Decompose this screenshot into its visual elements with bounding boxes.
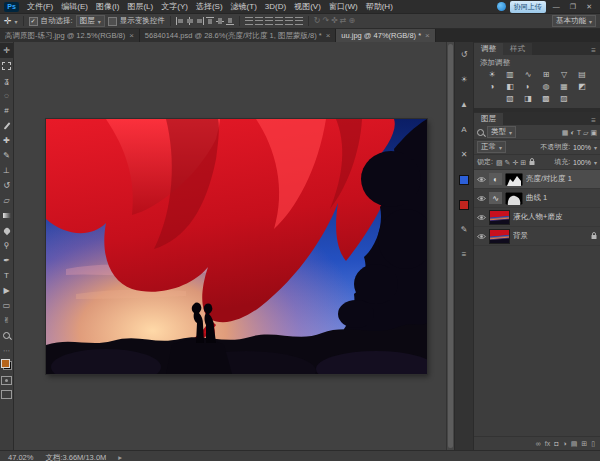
auto-select-checkbox[interactable] — [29, 17, 38, 26]
menu-select[interactable]: 选择(S) — [192, 1, 227, 12]
tool-preset-caret-icon[interactable] — [15, 17, 18, 26]
properties-panel-icon[interactable]: ☀ — [458, 74, 470, 86]
path-selection-tool[interactable]: ▶ — [0, 283, 13, 298]
align-left-edges-icon[interactable] — [176, 17, 184, 25]
color-panel-icon[interactable] — [458, 174, 470, 186]
brush-tool[interactable]: ✎ — [0, 148, 13, 163]
distribute-right-icon[interactable] — [295, 17, 303, 25]
vibrance-adjustment-icon[interactable]: ▽ — [557, 70, 572, 80]
rectangle-shape-tool[interactable]: ▭ — [0, 298, 13, 313]
type-tool[interactable]: T — [0, 268, 13, 283]
minimize-button[interactable]: — — [550, 3, 563, 10]
posterize-adjustment-icon[interactable]: ▧ — [503, 94, 518, 104]
menu-type[interactable]: 文字(Y) — [157, 1, 192, 12]
levels-adjustment-icon[interactable]: ▥ — [503, 70, 518, 80]
tab-document-3[interactable]: uu.jpg @ 47%(RGB/8) * × — [336, 29, 435, 42]
pen-tool[interactable]: ✒ — [0, 253, 13, 268]
tab-layers[interactable]: 图层 — [474, 113, 503, 125]
gradient-map-adjustment-icon[interactable]: ▩ — [539, 94, 554, 104]
channel-mixer-adjustment-icon[interactable]: ◍ — [539, 82, 554, 92]
character-panel-icon[interactable]: A — [458, 124, 470, 136]
layer-image-thumbnail[interactable] — [489, 210, 510, 225]
filter-shape-layers-icon[interactable]: ▱ — [583, 129, 588, 136]
fill-value[interactable]: 100% — [573, 159, 591, 166]
screen-mode-button[interactable] — [1, 390, 12, 399]
move-tool[interactable]: ✛ — [0, 43, 13, 58]
filter-pixel-layers-icon[interactable]: ▦ — [562, 129, 569, 136]
quick-selection-tool[interactable]: ◌ — [0, 88, 13, 103]
gradient-tool[interactable] — [0, 208, 13, 223]
lock-image-pixels-icon[interactable]: ✎ — [505, 159, 511, 166]
foreground-color-swatch[interactable] — [1, 359, 10, 368]
layer-mask-thumbnail[interactable] — [505, 173, 523, 186]
black-white-adjustment-icon[interactable]: ◧ — [503, 82, 518, 92]
delete-layer-icon[interactable]: ▯ — [591, 440, 595, 447]
menu-help[interactable]: 帮助(H) — [362, 1, 397, 12]
filter-type-layers-icon[interactable]: T — [577, 129, 581, 136]
layer-visibility-eye-icon[interactable] — [477, 233, 486, 240]
filter-smart-objects-icon[interactable]: ▣ — [590, 129, 597, 136]
new-group-icon[interactable]: ▤ — [571, 440, 578, 447]
share-app-icon[interactable] — [497, 2, 506, 11]
adjustment-layer-thumbnail[interactable]: ◐ — [489, 173, 502, 185]
3d-rotate-icon[interactable]: ↻ — [314, 17, 321, 25]
layer-row-retouch[interactable]: 液化人物+磨皮 — [474, 208, 600, 227]
swatches-panel-icon[interactable]: ▲ — [458, 99, 470, 111]
color-lookup-adjustment-icon[interactable]: ▦ — [557, 82, 572, 92]
layer-row-brightness-contrast[interactable]: ◐ 亮度/对比度 1 — [474, 170, 600, 189]
lock-position-icon[interactable]: ✛ — [512, 159, 518, 166]
libraries-panel-icon[interactable] — [458, 199, 470, 211]
hue-saturation-adjustment-icon[interactable]: ▤ — [575, 70, 590, 80]
lock-all-icon[interactable] — [529, 158, 535, 166]
color-balance-adjustment-icon[interactable]: ◑ — [485, 82, 500, 92]
rectangular-marquee-tool[interactable] — [0, 58, 13, 73]
menu-filter[interactable]: 滤镜(T) — [227, 1, 261, 12]
notes-panel-icon[interactable]: ✎ — [458, 224, 470, 236]
close-button[interactable]: ✕ — [583, 3, 595, 11]
styles-panel-icon[interactable]: ✕ — [458, 149, 470, 161]
zoom-level-field[interactable]: 47.02% — [8, 453, 33, 461]
history-panel-icon[interactable]: ↺ — [458, 49, 470, 61]
new-adjustment-layer-icon[interactable]: ◑ — [562, 440, 566, 447]
threshold-adjustment-icon[interactable]: ◨ — [521, 94, 536, 104]
history-brush-tool[interactable]: ↺ — [0, 178, 13, 193]
dodge-tool[interactable]: ⚲ — [0, 238, 13, 253]
lasso-tool[interactable]: ʓ — [0, 73, 13, 88]
zoom-tool[interactable] — [0, 328, 13, 343]
invert-adjustment-icon[interactable]: ◩ — [575, 82, 590, 92]
upload-button[interactable]: 协同上传 — [510, 1, 546, 13]
filter-type-dropdown[interactable]: 类型 — [487, 126, 516, 138]
show-transform-checkbox[interactable] — [108, 17, 117, 26]
layer-visibility-eye-icon[interactable] — [477, 176, 486, 183]
align-vertical-centers-icon[interactable] — [216, 17, 224, 25]
eyedropper-tool[interactable] — [0, 118, 13, 133]
lock-transparent-pixels-icon[interactable]: ▨ — [496, 159, 503, 166]
align-top-edges-icon[interactable] — [206, 17, 214, 25]
blur-tool[interactable] — [0, 223, 13, 238]
3d-slide-icon[interactable]: ⇄ — [340, 17, 347, 25]
menu-edit[interactable]: 编辑(E) — [57, 1, 92, 12]
opacity-value[interactable]: 100% — [573, 144, 591, 151]
tab-close-icon[interactable]: × — [129, 32, 134, 40]
photo-filter-adjustment-icon[interactable]: ◗ — [521, 82, 536, 92]
add-layer-mask-icon[interactable]: ◘ — [554, 440, 558, 447]
menu-window[interactable]: 窗口(W) — [325, 1, 362, 12]
link-layers-icon[interactable]: ∞ — [536, 440, 541, 447]
blend-mode-dropdown[interactable]: 正常 — [477, 141, 506, 153]
tab-close-icon[interactable]: × — [326, 32, 331, 40]
layer-visibility-eye-icon[interactable] — [477, 195, 486, 202]
tab-adjustments[interactable]: 调整 — [474, 43, 503, 55]
align-horizontal-centers-icon[interactable] — [186, 17, 194, 25]
layer-image-thumbnail[interactable] — [489, 229, 510, 244]
status-menu-arrow-icon[interactable]: ▸ — [118, 453, 122, 461]
distribute-horizontal-centers-icon[interactable] — [285, 17, 293, 25]
menu-3d[interactable]: 3D(D) — [261, 2, 290, 11]
clone-stamp-tool[interactable]: ⊥ — [0, 163, 13, 178]
panel-menu-icon[interactable] — [587, 46, 600, 55]
crop-tool[interactable]: # — [0, 103, 13, 118]
adjustment-layer-thumbnail[interactable]: ∿ — [489, 192, 502, 204]
spot-healing-brush-tool[interactable]: ✚ — [0, 133, 13, 148]
eraser-tool[interactable]: ▱ — [0, 193, 13, 208]
align-bottom-edges-icon[interactable] — [226, 17, 234, 25]
layer-mask-thumbnail[interactable] — [505, 192, 523, 205]
